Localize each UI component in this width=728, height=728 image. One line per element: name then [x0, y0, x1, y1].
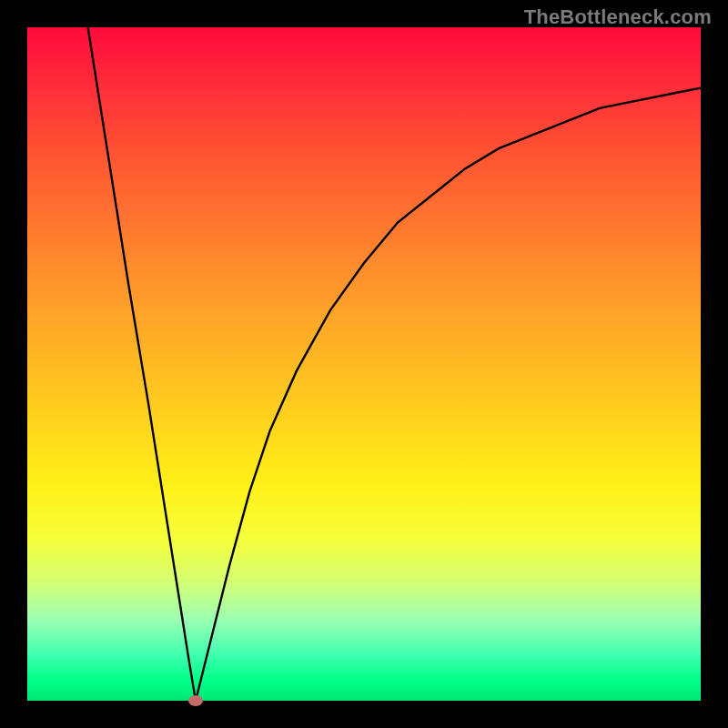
chart-curve: [88, 27, 701, 701]
chart-gradient-background: [27, 27, 701, 701]
chart-plot-svg: [27, 27, 701, 701]
marker-dot: [188, 695, 203, 706]
watermark-text: TheBottleneck.com: [524, 5, 712, 29]
chart-frame: TheBottleneck.com: [0, 0, 728, 728]
